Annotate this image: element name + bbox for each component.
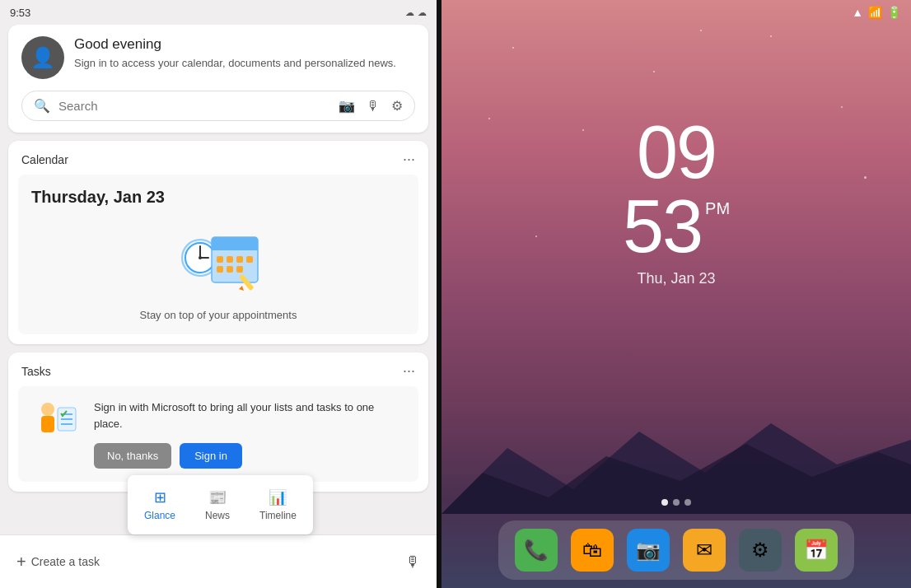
svg-rect-12 [217,266,223,273]
search-actions: 📷 🎙 ⚙ [339,98,403,114]
clock-hour: 09 [623,115,730,189]
calendar-caption: Stay on top of your appointments [140,309,297,321]
mic-search-icon[interactable]: 🎙 [367,99,380,114]
dock-phone[interactable]: 📞 [515,529,558,572]
settings-search-icon[interactable]: ⚙ [391,98,403,114]
greeting-title: Good evening [74,36,396,53]
create-task-label: Create a task [31,555,100,568]
tab-timeline-label: Timeline [259,510,297,521]
no-thanks-button[interactable]: No, thanks [94,443,171,469]
right-panel: ▲ 📶 🔋 09 53 PM Thu, Jan 23 📞 🛍 📷 ✉ ⚙ 📅 [441,0,911,588]
svg-rect-10 [236,256,243,263]
bottom-tab-popup: ⊞ Glance 📰 News 📊 Timeline [128,475,313,534]
header-card: 👤 Good evening Sign in to access your ca… [8,25,428,133]
timeline-icon: 📊 [269,488,287,506]
wifi-right-icon: ▲ [852,6,863,19]
signal-icon: ☁ [418,7,427,18]
svg-rect-13 [227,266,233,273]
svg-rect-14 [236,266,243,273]
feed-content: 👤 Good evening Sign in to access your ca… [0,25,437,534]
tasks-illustration [31,399,81,449]
svg-rect-8 [217,256,223,263]
calendar-more-icon[interactable]: ··· [403,151,415,168]
right-status-bar: ▲ 📶 🔋 [441,0,911,25]
clock-minute-row: 53 PM [623,189,730,264]
svg-rect-11 [246,256,253,263]
person-icon: 👤 [30,46,55,69]
tasks-card-inner: Sign in with Microsoft to bring all your… [18,386,418,482]
tasks-section-header: Tasks ··· [8,352,428,386]
tab-news-label: News [205,510,230,521]
dock: 📞 🛍 📷 ✉ ⚙ 📅 [498,520,854,580]
clock-widget: 09 53 PM Thu, Jan 23 [623,115,730,287]
dock-camera[interactable]: 📷 [627,529,670,572]
left-status-bar: 9:53 ☁ ☁ [0,0,437,25]
tab-glance[interactable]: ⊞ Glance [131,482,189,528]
search-input[interactable] [58,99,330,113]
wifi-icon: ☁ [405,7,414,18]
status-icons: ☁ ☁ [405,7,427,18]
calendar-section-header: Calendar ··· [8,141,428,175]
tasks-section: Tasks ··· Sign in with [8,352,428,492]
news-icon: 📰 [208,488,227,506]
clock-minute: 53 [623,189,702,264]
calendar-illustration [169,217,268,299]
svg-rect-7 [212,245,258,250]
plus-icon: + [16,553,26,572]
search-bar[interactable]: 🔍 📷 🎙 ⚙ [21,91,415,121]
dock-shop[interactable]: 🛍 [571,529,614,572]
glance-icon: ⊞ [154,488,166,506]
avatar[interactable]: 👤 [21,36,64,79]
svg-point-17 [41,403,54,416]
greeting-subtitle: Sign in to access your calendar, documen… [74,56,396,71]
sign-in-button[interactable]: Sign in [180,443,242,469]
calendar-section: Calendar ··· Thursday, Jan 23 [8,141,428,344]
mic-bottom-icon[interactable]: 🎙 [395,547,430,577]
tasks-buttons: No, thanks Sign in [94,443,405,469]
tasks-text: Sign in with Microsoft to bring all your… [94,399,405,469]
greeting-text: Good evening Sign in to access your cale… [74,36,396,71]
mountain-svg [441,407,911,514]
battery-right-icon: 🔋 [887,6,901,19]
create-task-button[interactable]: + Create a task [7,546,395,578]
dock-mail[interactable]: ✉ [683,529,726,572]
status-time: 9:53 [10,7,30,19]
dock-settings[interactable]: ⚙ [739,529,782,572]
signal-right-icon: 📶 [868,6,882,19]
clock-date: Thu, Jan 23 [623,270,730,287]
dot-3 [684,499,691,506]
dot-2 [673,499,680,506]
clock-ampm: PM [705,199,730,218]
svg-rect-18 [41,416,54,432]
svg-rect-9 [227,256,233,263]
calendar-section-title: Calendar [21,153,68,166]
calendar-inner: Thursday, Jan 23 [18,175,418,334]
tab-glance-label: Glance [144,510,175,521]
tasks-description: Sign in with Microsoft to bring all your… [94,399,405,432]
dot-1 [661,499,668,506]
tab-timeline[interactable]: 📊 Timeline [246,482,310,528]
calendar-date: Thursday, Jan 23 [31,188,165,207]
tab-news[interactable]: 📰 News [189,482,246,528]
svg-point-4 [199,256,202,259]
greeting-row: 👤 Good evening Sign in to access your ca… [21,36,415,79]
camera-search-icon[interactable]: 📷 [339,98,355,114]
tasks-more-icon[interactable]: ··· [403,362,415,380]
svg-marker-16 [239,286,244,291]
dock-calendar2[interactable]: 📅 [795,529,838,572]
bottom-nav: + Create a task 🎙 [0,534,437,588]
left-panel: 9:53 ☁ ☁ 👤 Good evening Sign in to acces… [0,0,437,588]
tasks-section-title: Tasks [21,365,51,378]
search-icon: 🔍 [34,98,50,114]
dots-indicator [661,499,691,506]
